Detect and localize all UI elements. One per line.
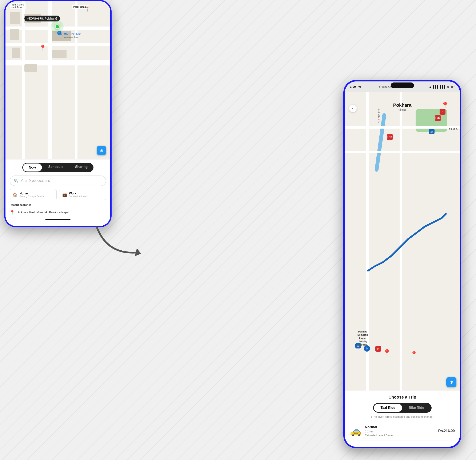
ram-b-label: RAM B: [449, 128, 458, 131]
city-label: Pokhara पोखरा: [393, 102, 412, 112]
signal-icon: ▲: [429, 85, 432, 88]
ride-option-distance: 0.2 Km: [365, 430, 393, 433]
city-name-eng: Pokhara: [393, 102, 412, 108]
recent-pin-icon: 📍: [10, 210, 15, 215]
bank-road-label: Rastra Bank Rd.: [378, 109, 380, 124]
phone1-wrapper: (5XVG+678, Pokhara) 🛒 SR MART PVT.LTDHom…: [4, 0, 116, 232]
work-title: Work: [69, 192, 88, 195]
ride-option-name: Normal: [365, 425, 393, 429]
ride-option-time: Estimated time 2.5 min: [365, 434, 393, 437]
map-location-label: (5XVG+678, Pokhara): [25, 16, 60, 21]
wifi-icon: ≋: [447, 85, 449, 88]
ride-option-price: Rs.216.00: [438, 429, 455, 433]
tab-taxi-ride[interactable]: Taxi Ride: [374, 404, 402, 412]
battery-icon: ▭+: [450, 85, 455, 88]
tab-bike-ride[interactable]: Bike Ride: [402, 404, 431, 412]
airport-label: PokharaDomesticAirportपोखरा घरेलुहवाई अड…: [357, 330, 368, 346]
pardi-bazar-label: Pardi Baza...: [72, 5, 89, 9]
home-title: Home: [20, 192, 45, 195]
phone1: (5XVG+678, Pokhara) 🛒 SR MART PVT.LTDHom…: [4, 0, 111, 227]
destination-pin-red-1: 📍: [441, 101, 449, 109]
search-placeholder-text: Your Drop locations: [21, 179, 50, 183]
location-pin-green: [55, 25, 60, 29]
destination-pin-green: 📍: [410, 351, 418, 358]
home-subtitle: Gurung Chhaya Beauty...: [20, 195, 45, 198]
bus-badge-1: 🚌: [429, 129, 434, 134]
search-icon: 🔍: [14, 178, 18, 183]
status-icons: ▲ ▌▌▌ ▌▌▌ ≋ ▭+: [429, 85, 455, 88]
back-button-2[interactable]: ‹: [349, 105, 357, 112]
bottom-panel-1: Now Schedule Sharing 🔍 Your Drop locatio…: [6, 159, 110, 226]
signal-bars-1: ▌▌▌: [433, 85, 439, 88]
srmart-label: SR MART PVT.LTDHomewares Shop: [60, 32, 81, 39]
highway-h10-badge: H10: [387, 134, 393, 140]
flight-centre-label: Flight Centreurs & Travel...: [10, 3, 26, 9]
home-icon: 🏠: [13, 192, 17, 197]
choose-trip-title: Choose a Trip: [350, 395, 455, 400]
city-name-nep: पोखरा: [393, 108, 412, 112]
recent-search-item[interactable]: 📍 Pokhara Kaski Gandaki Province Nepal: [10, 208, 106, 217]
work-subtitle: Set Work Address: [69, 195, 88, 198]
ride-option-normal[interactable]: 🚕 Normal 0.2 Km Estimated time 2.5 min R…: [350, 422, 455, 440]
dynamic-island: [391, 83, 414, 88]
phone2-wrapper: 1:00 PM Srijana Chowk, Sky Bridge ▲ ▌▌▌ …: [343, 80, 463, 452]
status-time: 1:00 PM: [350, 85, 361, 88]
destination-pin-red-2: 📍: [383, 349, 391, 357]
gray-location-pin: 📍: [39, 44, 47, 51]
highway-h04-badge: H04: [435, 115, 441, 121]
home-place-button[interactable]: 🏠 Home Gurung Chhaya Beauty...: [10, 189, 57, 200]
phone2: 1:00 PM Srijana Chowk, Sky Bridge ▲ ▌▌▌ …: [343, 80, 461, 448]
trip-tabs: Now Schedule Sharing: [10, 163, 106, 172]
tab-schedule[interactable]: Schedule: [42, 163, 69, 172]
recent-searches-label: Recent searches: [10, 203, 106, 206]
bottom-panel-2: Choose a Trip Taxi Ride Bike Ride (The g…: [345, 391, 460, 447]
work-icon: 💼: [62, 192, 67, 197]
pin-badge-h-top: H: [440, 109, 445, 115]
arrow-graphic: [91, 221, 149, 263]
tab-sharing[interactable]: Sharing: [69, 163, 94, 172]
ride-type-tabs: Taxi Ride Bike Ride: [373, 403, 432, 413]
taxi-vehicle-icon: 🚕: [350, 426, 361, 436]
map-area-1: (5XVG+678, Pokhara) 🛒 SR MART PVT.LTDHom…: [6, 1, 110, 159]
map-area-2: Pokhara पोखरा H04 H10 🚌 🚌 ✈ PokharaDomes…: [345, 92, 460, 391]
recent-search-text: Pokhara Kaski Gandaki Province Nepal: [17, 211, 69, 214]
work-place-button[interactable]: 💼 Work Set Work Address: [59, 189, 106, 200]
drop-location-search[interactable]: 🔍 Your Drop locations: [10, 176, 106, 186]
signal-bars-2: ▌▌▌: [440, 85, 446, 88]
compass-button-1[interactable]: ⊕: [97, 146, 106, 155]
compass-button-2[interactable]: ⊕: [446, 377, 456, 387]
pin-badge-h-bottom: H: [375, 346, 381, 352]
saved-places-row: 🏠 Home Gurung Chhaya Beauty... 💼 Work Se…: [10, 189, 106, 200]
home-indicator-1: [45, 219, 70, 220]
fare-estimate-note: (The given fare is estimated and subject…: [350, 415, 455, 418]
tab-now[interactable]: Now: [23, 164, 42, 172]
